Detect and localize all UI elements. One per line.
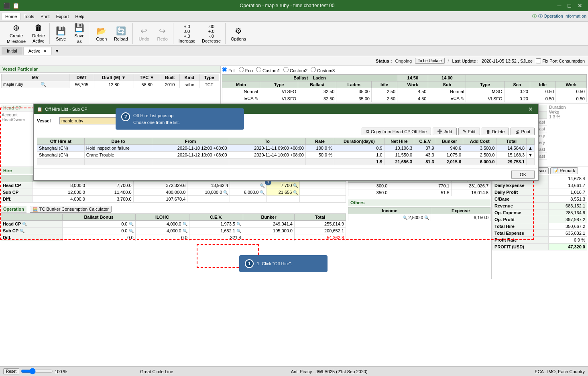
offhire-dialog[interactable]: 📋 Off Hire List - Sub CP ✕ Vessel Voyage <box>33 104 539 181</box>
operation-info-link[interactable]: ⓘ Operation Information <box>538 13 586 19</box>
hire-diff-off-hire <box>267 196 300 203</box>
menu-help[interactable]: Help <box>72 13 87 20</box>
eco-radio[interactable] <box>239 67 244 72</box>
delete-active-button[interactable]: 🗑 DeleteActive <box>29 23 48 44</box>
op-subcp-search[interactable]: 🔍 <box>20 229 24 233</box>
maximize-button[interactable]: □ <box>566 2 574 9</box>
tab-initial[interactable]: Initial <box>2 47 22 55</box>
custom2-radio[interactable] <box>283 67 289 72</box>
reload-button[interactable]: 🔄 Reload <box>111 23 131 44</box>
grid-row-2[interactable]: Shanghai (CN) Crane Trouble 2020-11-12 1… <box>37 152 535 159</box>
undo-icon: ↩ <box>140 26 147 36</box>
custom1-radio[interactable] <box>256 67 261 72</box>
hire-headcp-off-hire[interactable]: 7,700 1 🔍 <box>267 182 300 189</box>
edit-row-button[interactable]: ✎ Edit <box>458 128 480 135</box>
ballast-val-header: 14.50 <box>397 75 428 81</box>
menu-home[interactable]: Home <box>2 13 20 20</box>
tc-bunker-calc-button[interactable]: 🧮 TC Bunker Consumption Calculator <box>30 206 112 213</box>
hire-headcp-brokerage-search[interactable]: 🔍 <box>260 183 264 188</box>
grid-col-from: From <box>152 138 229 145</box>
copy-from-headcp-button[interactable]: ⧉ Copy from Head CP Off Hire <box>362 128 431 135</box>
save-button[interactable]: 💾 Save <box>52 23 70 44</box>
custom1-radio-label[interactable]: Custom1 <box>256 67 280 73</box>
vessel-col-draft: Draft (M) ▼ <box>94 74 134 81</box>
duration-label: Duration <box>549 105 587 110</box>
op-headcp-cev-search[interactable]: 🔍 <box>236 222 241 226</box>
ok-button[interactable]: OK <box>511 171 535 179</box>
full-radio-label[interactable]: Full <box>222 67 236 73</box>
to-be-update-button[interactable]: To be Update <box>415 58 445 64</box>
op-headcp-search[interactable]: 🔍 <box>22 222 27 226</box>
voyage-field-input[interactable] <box>153 117 217 124</box>
tabs-dropdown[interactable]: ▼ <box>53 48 62 54</box>
others-income-search[interactable]: 🔍 <box>403 215 407 220</box>
hire-subcp-off-hire[interactable]: 21,656 🔍 <box>267 189 300 196</box>
custom3-radio[interactable] <box>311 67 316 72</box>
tab-active[interactable]: Active ✕ <box>23 47 52 55</box>
minimize-button[interactable]: ─ <box>555 2 564 9</box>
fix-port-label[interactable]: Fix Port Consumption <box>536 58 585 63</box>
result-profit-usd-val: 47,320.0 <box>549 244 587 250</box>
grid-row-1[interactable]: Shanghai (CN) Hold inspection failure 20… <box>37 145 535 152</box>
increase-button[interactable]: +.0.00+.0 Increase <box>176 23 198 44</box>
vessel-mv[interactable]: 🔍 <box>2 81 69 88</box>
op-subcp-ilohc-search[interactable]: 🔍 <box>183 229 187 233</box>
result-profit-rate-val: 6.9 % <box>549 237 587 244</box>
great-circle-label: Great Circle Line <box>140 369 173 374</box>
create-milestone-button[interactable]: ⊕ CreateMilestone <box>4 23 28 44</box>
eco-radio-label[interactable]: Eco <box>239 67 253 73</box>
menu-export[interactable]: Export <box>53 13 72 20</box>
hire-headcp-total-net <box>300 182 346 189</box>
remark-button[interactable]: 📝 Remark <box>550 167 578 174</box>
vessel-search-icon[interactable]: 🔍 <box>41 82 46 87</box>
cons-row2-type: VLSFO <box>260 95 298 102</box>
undo-button[interactable]: ↩ Undo <box>135 23 153 44</box>
reset-button[interactable]: Reset <box>3 368 19 374</box>
op-subcp-ilohc: 4,000.0 🔍 <box>135 228 189 234</box>
decrease-button[interactable]: .00+.0-.0 Decrease <box>199 23 224 44</box>
op-diff-ballast: 0.0 <box>62 234 135 241</box>
custom3-radio-label[interactable]: Custom3 <box>311 67 335 73</box>
add-icon: ➕ <box>437 129 443 134</box>
copy-icon: ⧉ <box>366 129 369 134</box>
custom2-radio-label[interactable]: Custom2 <box>283 67 307 73</box>
op-subcp-cev-search[interactable]: 🔍 <box>236 229 241 233</box>
tab-active-close[interactable]: ✕ <box>43 49 47 53</box>
grid-tot-rate <box>305 159 334 165</box>
hire-subcp-offhire-search[interactable]: 🔍 <box>293 190 298 195</box>
delete-icon: 🗑 <box>486 129 490 134</box>
hire-subcp-addcomm-search[interactable]: 🔍 <box>223 190 228 195</box>
fix-port-checkbox[interactable] <box>536 58 541 63</box>
result-op-profit-label: Op. Profit <box>493 216 549 223</box>
delete-row-button[interactable]: 🗑 Delete <box>482 128 509 135</box>
cons-row1-sea: 0.20 <box>504 88 530 95</box>
print-button[interactable]: 🖨 Print <box>511 128 535 135</box>
redo-button[interactable]: ↪ Redo <box>154 23 171 44</box>
options-button[interactable]: ⚙ Options <box>228 23 249 44</box>
save-as-button[interactable]: 💾 Saveas <box>71 23 88 44</box>
hire-headcp-offhire-search[interactable]: 🔍 <box>293 183 298 188</box>
zoom-slider[interactable] <box>21 368 53 374</box>
menu-print[interactable]: Print <box>37 13 53 20</box>
op-subcp-ballast-search[interactable]: 🔍 <box>129 229 134 233</box>
zoom-slider-container[interactable] <box>21 368 53 375</box>
hire-subcp-brokerage-search[interactable]: 🔍 <box>260 190 264 195</box>
vessel-mv-input[interactable] <box>3 82 39 87</box>
add-row-button[interactable]: ➕ Add <box>433 128 457 135</box>
op-headcp-ballast-search[interactable]: 🔍 <box>129 222 134 226</box>
open-button[interactable]: 📂 Open <box>93 23 110 44</box>
grid-r1-total: 14,584.8 <box>496 145 527 152</box>
dialog-close-button[interactable]: ✕ <box>527 106 535 112</box>
vessel-kind: sdbc <box>180 81 199 88</box>
op-headcp-ilohc-search[interactable]: 🔍 <box>183 222 187 226</box>
op-subcp-cev: 1,652.1 🔍 <box>189 228 243 234</box>
menu-tools[interactable]: Tools <box>20 13 37 20</box>
full-radio[interactable] <box>222 67 227 72</box>
grid-r2-addcost: 2,500.0 <box>463 152 496 159</box>
others-income-search2[interactable]: 🔍 <box>424 215 429 220</box>
close-button[interactable]: ✕ <box>575 2 585 9</box>
result-total-expense-val: 635,832.1 <box>549 230 587 237</box>
create-milestone-icon: ⊕ <box>13 23 20 33</box>
vessel-field-input[interactable] <box>59 117 124 124</box>
menubar: Home Tools Print Export Help ⓘ ⓘ Operati… <box>0 11 588 22</box>
